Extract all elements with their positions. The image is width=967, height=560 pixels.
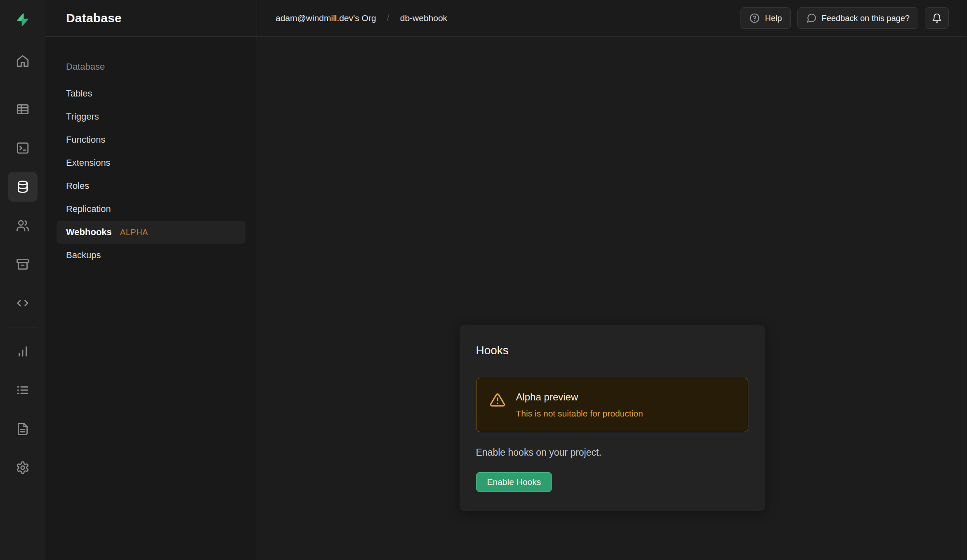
docs-icon [16,422,30,436]
content-row: Database Tables Triggers Functions Exten… [45,37,967,560]
bell-icon [932,13,942,24]
table-editor-icon [16,102,30,116]
database-icon [16,180,30,194]
speech-bubble-icon [806,13,817,24]
sidebar-item-label: Extensions [66,158,111,168]
settings-icon [16,461,30,475]
rail-divider [8,327,38,327]
sidebar-item-backups[interactable]: Backups [57,244,245,267]
rail-item-api[interactable] [8,288,38,318]
breadcrumb-org[interactable]: adam@windmill.dev's Org [276,13,376,23]
sidebar-item-triggers[interactable]: Triggers [57,105,245,128]
rail-item-reports[interactable] [8,336,38,366]
reports-icon [16,344,30,358]
rail-item-docs[interactable] [8,414,38,444]
rail-item-auth[interactable] [8,211,38,240]
rail-item-table-editor[interactable] [8,94,38,124]
rail-nav [0,40,45,482]
rail-item-sql-editor[interactable] [8,133,38,163]
database-sidebar: Database Tables Triggers Functions Exten… [45,37,257,560]
feedback-button[interactable]: Feedback on this page? [797,7,919,29]
sidebar-item-label: Tables [66,88,92,99]
sidebar-item-label: Roles [66,181,89,191]
sidebar-item-replication[interactable]: Replication [57,198,245,221]
storage-icon [16,257,30,271]
alert-text: Alpha preview This is not suitable for p… [516,391,643,419]
alpha-badge: ALPHA [120,228,148,237]
sidebar-item-webhooks[interactable]: Webhooks ALPHA [57,221,245,244]
rail-divider [8,85,38,85]
help-button-label: Help [765,14,782,23]
breadcrumb-separator: / [387,13,389,24]
top-bar: Database adam@windmill.dev's Org / db-we… [45,0,967,37]
card-title: Hooks [476,344,748,357]
sidebar-header: Database [45,0,257,36]
rail-item-logs[interactable] [8,375,38,405]
sidebar-menu: Tables Triggers Functions Extensions Rol… [45,82,257,267]
sidebar-item-extensions[interactable]: Extensions [57,151,245,174]
home-icon [16,54,30,68]
page-title: Database [66,11,122,25]
sidebar-item-tables[interactable]: Tables [57,82,245,105]
warning-triangle-icon [490,392,505,408]
icon-rail [0,0,45,560]
notifications-button[interactable] [925,7,949,29]
rail-item-home[interactable] [8,46,38,76]
sidebar-item-functions[interactable]: Functions [57,128,245,151]
alpha-preview-alert: Alpha preview This is not suitable for p… [476,378,748,432]
sidebar-section-label: Database [45,61,257,72]
main-content: Hooks Alpha preview This is not suitable… [257,37,967,560]
rail-item-settings[interactable] [8,453,38,482]
hooks-card: Hooks Alpha preview This is not suitable… [460,325,765,511]
card-body-text: Enable hooks on your project. [476,447,748,458]
sidebar-item-label: Replication [66,204,111,214]
alert-title: Alpha preview [516,391,643,403]
sidebar-item-label: Functions [66,134,105,145]
supabase-bolt-icon [16,13,30,27]
auth-users-icon [16,219,30,233]
rail-item-database[interactable] [8,172,38,202]
help-circle-icon [749,13,760,24]
sidebar-item-label: Backups [66,250,101,261]
sidebar-item-label: Webhooks [66,227,112,238]
breadcrumb-project[interactable]: db-webhook [400,13,447,23]
logs-icon [16,383,30,397]
rail-item-storage[interactable] [8,249,38,279]
topbar-main: adam@windmill.dev's Org / db-webhook Hel… [257,0,967,36]
sidebar-item-label: Triggers [66,111,99,122]
breadcrumb: adam@windmill.dev's Org / db-webhook [276,13,447,24]
topbar-actions: Help Feedback on this page? [741,7,949,29]
supabase-logo[interactable] [0,0,45,40]
help-button[interactable]: Help [741,7,790,29]
sql-editor-icon [16,141,30,155]
enable-hooks-button[interactable]: Enable Hooks [476,472,552,492]
alert-description: This is not suitable for production [516,409,643,419]
sidebar-item-roles[interactable]: Roles [57,174,245,198]
api-code-icon [16,296,30,310]
app-window: Database adam@windmill.dev's Org / db-we… [0,0,967,560]
feedback-button-label: Feedback on this page? [822,14,910,23]
right-column: Database adam@windmill.dev's Org / db-we… [45,0,967,560]
